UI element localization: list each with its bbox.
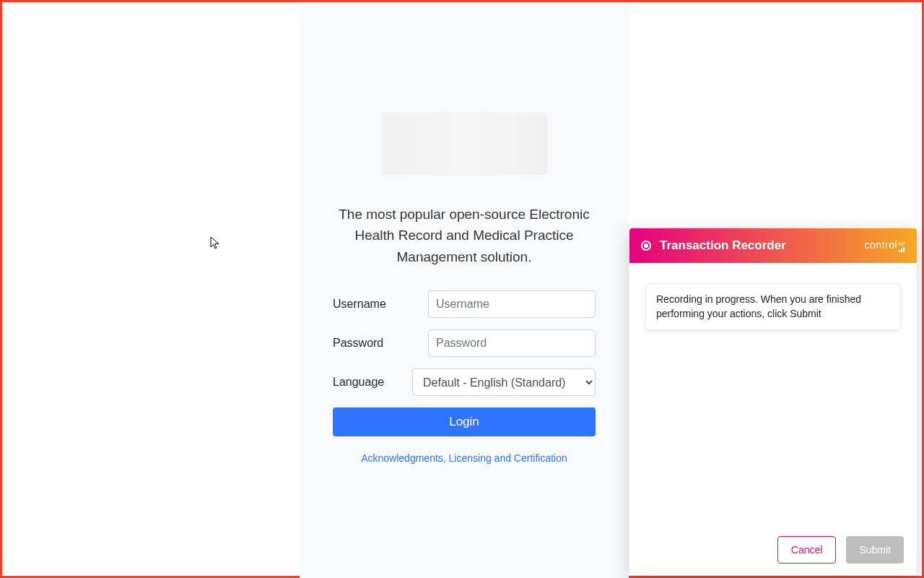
recorder-body: Recording in progress. When you are fini… xyxy=(629,263,917,527)
password-row: Password xyxy=(333,329,596,357)
record-icon xyxy=(641,241,651,251)
password-input[interactable] xyxy=(428,329,596,357)
login-form: Username Password Language Default - Eng… xyxy=(300,290,629,464)
login-panel: The most popular open-source Electronic … xyxy=(300,4,629,578)
status-message: Recording in progress. When you are fini… xyxy=(645,283,901,330)
recorder-footer: Cancel Submit xyxy=(629,527,917,575)
cancel-button[interactable]: Cancel xyxy=(777,536,837,564)
username-row: Username xyxy=(333,290,596,318)
bars-icon xyxy=(899,247,905,252)
password-label: Password xyxy=(333,337,428,350)
app-logo xyxy=(381,113,547,175)
brand-text: control xyxy=(865,239,898,251)
tagline-text: The most popular open-source Electronic … xyxy=(300,204,629,267)
recorder-header: Transaction Recorder control up xyxy=(629,228,917,263)
login-button[interactable]: Login xyxy=(333,407,596,436)
recorder-title: Transaction Recorder xyxy=(660,238,865,253)
language-select[interactable]: Default - English (Standard) xyxy=(412,368,596,396)
cursor-icon xyxy=(210,236,222,251)
controlup-logo: control up xyxy=(865,239,905,252)
username-label: Username xyxy=(333,298,428,311)
username-input[interactable] xyxy=(428,290,596,318)
brand-suffix: up xyxy=(898,241,905,246)
language-row: Language Default - English (Standard) xyxy=(333,368,596,396)
app-frame: The most popular open-source Electronic … xyxy=(0,0,924,578)
language-label: Language xyxy=(333,376,412,389)
submit-button[interactable]: Submit xyxy=(846,536,904,564)
transaction-recorder: Transaction Recorder control up Recordin… xyxy=(629,228,917,575)
acknowledgments-link[interactable]: Acknowledgments, Licensing and Certifica… xyxy=(333,452,596,464)
